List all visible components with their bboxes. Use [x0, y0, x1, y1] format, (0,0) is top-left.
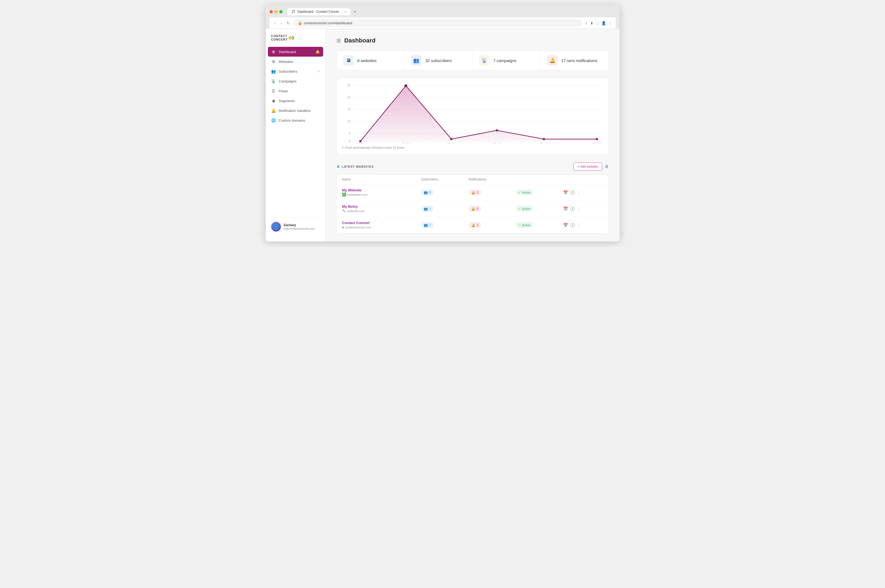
sidebar-item-custom-domains[interactable]: 🌐 Custom domains — [266, 116, 325, 125]
stat-campaigns: 📡 7 campaigns — [472, 51, 541, 70]
new-tab-button[interactable]: + — [351, 8, 358, 15]
subscribers-label: Subscribers — [279, 69, 297, 74]
calendar-icon-2[interactable]: 📅 — [563, 223, 568, 227]
site-name-2[interactable]: Contact Concert — [342, 221, 421, 225]
segments-icon: ◉ — [271, 99, 276, 103]
section-header: 🖥 LATEST WEBSITES + Add website 🖥 — [336, 162, 609, 171]
menu-icon[interactable]: ⋮ — [608, 21, 612, 26]
section-title-icon: 🖥 — [336, 165, 340, 168]
site-info-2: Contact Concert ● contactconcert.com — [342, 221, 421, 229]
user-avatar[interactable]: 🌐 — [271, 222, 281, 232]
sidebar-item-dashboard[interactable]: ⊞ Dashboard 🔔 — [268, 47, 323, 57]
site-notifications-0: 🔔 0 — [468, 189, 516, 195]
add-website-button[interactable]: + Add website — [573, 162, 602, 171]
reload-button[interactable]: ↻ — [286, 20, 291, 26]
subscribers-badge-1: 👥 1 — [421, 206, 434, 212]
chart-hint-icon: ℹ — [342, 146, 343, 149]
websites-section: 🖥 LATEST WEBSITES + Add website 🖥 Name S… — [336, 162, 609, 233]
profile-icon[interactable]: 👤 — [602, 21, 606, 26]
sidebar-item-segments[interactable]: ◉ Segments — [266, 96, 325, 106]
maximize-window-button[interactable] — [279, 10, 283, 14]
more-icon-0[interactable]: ⋮ — [577, 190, 580, 195]
svg-text:10: 10 — [347, 120, 351, 123]
history-icon-2[interactable]: 🕐 — [570, 223, 574, 227]
svg-point-18 — [596, 138, 598, 140]
page-title: Dashboard — [344, 37, 376, 44]
chart-area: 25 20 15 10 5 0 — [342, 84, 603, 144]
minimize-window-button[interactable] — [274, 10, 278, 14]
col-status — [516, 177, 563, 181]
sidebar-item-subscribers[interactable]: 👥 Subscribers ≡ — [266, 66, 325, 76]
notifications-count-1: 0 — [477, 207, 478, 211]
more-icon-2[interactable]: ⋮ — [577, 223, 580, 227]
websites-table: Name Subscribers Notifications My Websit… — [336, 174, 609, 233]
custom-domains-label: Custom domains — [279, 118, 305, 123]
sidebar-item-notification-handlers[interactable]: 🔔 Notification handlers — [266, 106, 325, 116]
check-icon-2: ✓ — [519, 223, 521, 227]
sidebar-nav: ⊞ Dashboard 🔔 🖥 Websites 👥 Subscribers ≡… — [266, 47, 325, 217]
stat-websites-value: 8 websites — [357, 58, 377, 63]
address-bar[interactable]: 🔒 contactconcert.com/dashboard — [294, 20, 582, 26]
back-button[interactable]: ‹ — [273, 20, 277, 26]
extension-icon[interactable]: ⬚ — [596, 21, 599, 26]
status-text-2: Active — [522, 224, 530, 227]
svg-text:5: 5 — [349, 132, 351, 135]
site-status-2: ✓ Active — [516, 222, 563, 228]
sidebar-item-flows[interactable]: ☰ Flows — [266, 86, 325, 96]
active-tab[interactable]: 🎵 Dashboard - Contact Concer… ✕ — [288, 8, 351, 15]
site-url-1: 🔧 mybotsy.com — [342, 209, 421, 213]
sidebar-item-websites[interactable]: 🖥 Websites — [266, 57, 325, 66]
svg-text:20: 20 — [347, 96, 351, 99]
logo-text-line1: CONTACT — [271, 34, 288, 38]
calendar-icon-0[interactable]: 📅 — [563, 190, 568, 195]
tab-close-button[interactable]: ✕ — [344, 10, 346, 14]
site-name-0[interactable]: My Website — [342, 188, 421, 192]
calendar-icon-1[interactable]: 📅 — [563, 207, 568, 211]
url-text: contactconcert.com/dashboard — [304, 21, 352, 25]
sidebar-footer: 🌐 Zachary hi@contactconcert.com — [266, 217, 325, 236]
status-badge-0: ✓ Active — [516, 189, 533, 195]
svg-text:23 Jul: 23 Jul — [592, 142, 601, 144]
svg-text:25: 25 — [347, 84, 351, 87]
site-url-2: ● contactconcert.com — [342, 225, 421, 229]
svg-text:15: 15 — [347, 108, 351, 111]
app-body: CONTACT CONCERT ⊞ Dashboard — [266, 29, 620, 242]
col-name: Name — [342, 177, 421, 181]
table-header: Name Subscribers Notifications — [337, 175, 608, 184]
user-email: hi@contactconcert.com — [284, 227, 315, 230]
flows-label: Flows — [279, 89, 288, 93]
tab-favicon: 🎵 — [291, 10, 296, 14]
svg-text:19 Jul: 19 Jul — [447, 142, 455, 144]
browser-controls: 🎵 Dashboard - Contact Concer… ✕ + — [270, 8, 616, 15]
section-actions: + Add website 🖥 — [573, 162, 608, 171]
stat-sent-notifications: 🔔 17 sent notifications — [541, 51, 608, 70]
col-actions — [563, 177, 603, 181]
notification-bell[interactable]: 🔔 — [315, 50, 320, 54]
site-subscribers-1: 👥 1 — [421, 206, 468, 212]
download-icon[interactable]: ⬇ — [590, 21, 594, 26]
bookmark-icon[interactable]: ☆ — [585, 21, 588, 26]
stat-subscribers-icon: 👥 — [411, 55, 422, 66]
table-row: My Website S mywebsite.com 👥 0 — [337, 184, 608, 201]
page-title-icon: ⊞ — [336, 37, 341, 44]
site-favicon-0: S — [342, 193, 346, 196]
forward-button[interactable]: › — [279, 20, 283, 26]
history-icon-0[interactable]: 🕐 — [570, 190, 574, 195]
site-name-1[interactable]: My Botsy — [342, 204, 421, 208]
site-subscribers-2: 👥 7 — [421, 222, 468, 228]
subscribers-options-icon[interactable]: ≡ — [318, 69, 320, 74]
websites-view-icon[interactable]: 🖥 — [604, 164, 609, 169]
history-icon-1[interactable]: 🕐 — [570, 207, 574, 211]
site-favicon-2: ● — [342, 225, 344, 229]
section-title: 🖥 LATEST WEBSITES — [336, 165, 374, 168]
more-icon-1[interactable]: ⋮ — [577, 207, 580, 211]
tab-title: Dashboard - Contact Concer… — [297, 10, 342, 14]
svg-point-14 — [404, 84, 407, 87]
check-icon-0: ✓ — [519, 190, 521, 194]
custom-domains-icon: 🌐 — [271, 118, 276, 123]
sidebar-item-campaigns[interactable]: 📡 Campaigns — [266, 76, 325, 86]
websites-icon: 🖥 — [271, 59, 276, 64]
site-notifications-1: 🔔 0 — [468, 206, 516, 212]
main-content: ⊞ Dashboard 🖥 8 websites 👥 32 subscriber… — [326, 29, 620, 242]
close-window-button[interactable] — [270, 10, 273, 14]
